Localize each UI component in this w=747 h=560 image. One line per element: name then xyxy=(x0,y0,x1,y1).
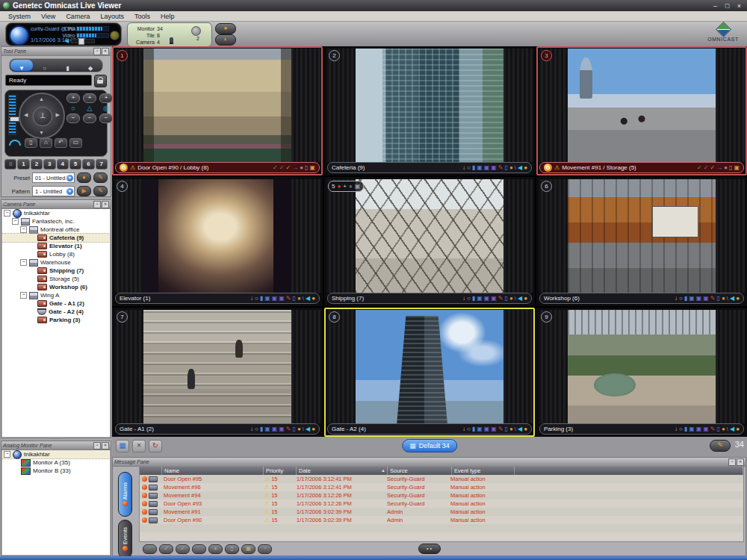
volume-control[interactable]: ◀ xyxy=(64,37,95,44)
ack-forcibly-icon[interactable]: ✓ xyxy=(279,164,285,172)
refresh-tiles-button[interactable]: ↻ xyxy=(149,440,162,452)
tools-icon[interactable]: \ xyxy=(303,294,304,303)
lock-icon[interactable]: ● xyxy=(524,294,527,303)
preset-number-3[interactable]: 3 xyxy=(43,159,55,169)
alarm-report-icon[interactable]: ▯ xyxy=(729,164,732,172)
snapshot-icon[interactable]: ▣ xyxy=(689,425,695,434)
stream-icon[interactable]: ▮ xyxy=(472,164,475,172)
chevron-down-icon[interactable]: ▾ xyxy=(66,175,73,181)
preset-number-5[interactable]: 5 xyxy=(69,159,81,169)
goto-preset-button[interactable]: ● xyxy=(77,172,91,183)
annotate-icon[interactable]: ✎ xyxy=(286,294,291,303)
tile-label-bar[interactable]: Gate - A1 (2)↓○▮▣▣▣✎▯●\◀● xyxy=(115,423,320,435)
monitor-icon[interactable]: ▯ xyxy=(505,164,508,172)
float-pane-button[interactable]: ▫ xyxy=(93,201,101,208)
audio-icon[interactable]: ◀ xyxy=(730,425,734,434)
options-button[interactable]: ◐ xyxy=(215,34,236,46)
ptz-joystick-center[interactable]: ⊥ xyxy=(33,107,52,126)
camera-tree-item[interactable]: Lobby (8) xyxy=(2,250,110,258)
camera-tree-item[interactable]: Workshop (6) xyxy=(2,283,110,291)
ptz-right-arrow[interactable]: ▶ xyxy=(56,112,60,118)
audio-tab[interactable]: ◆ xyxy=(79,60,102,71)
camera-tree-item[interactable]: Parking (3) xyxy=(2,316,110,324)
iris-control-plus-button[interactable]: + xyxy=(99,93,113,103)
push-camera-icon[interactable]: ↓ xyxy=(462,164,465,172)
tools-icon[interactable]: \ xyxy=(303,425,304,434)
alarm-report-icon[interactable]: ▯ xyxy=(305,164,308,172)
alarm-row[interactable]: Door Open #93⚠151/17/2006 3:12:26 PMSecu… xyxy=(140,500,743,508)
column-header-date[interactable]: Date▲ xyxy=(297,467,388,475)
cycle-cameras-icon[interactable]: ▣ xyxy=(696,425,702,434)
lock-icon[interactable]: ● xyxy=(736,425,740,434)
multi-view-icon[interactable]: ▣ xyxy=(491,164,497,172)
push-camera-icon[interactable]: ↓ xyxy=(462,425,465,434)
menu-system[interactable]: System xyxy=(3,13,36,20)
snapshot-icon[interactable]: ▣ xyxy=(477,425,483,434)
dome-icon[interactable]: ● xyxy=(297,294,301,303)
ack-forcibly-icon[interactable]: ✓ xyxy=(704,164,709,172)
preset-number-4[interactable]: 4 xyxy=(57,159,69,169)
restore-button[interactable]: □ xyxy=(722,1,732,10)
lock-icon[interactable]: ● xyxy=(524,164,527,172)
stream-icon[interactable]: ▮ xyxy=(472,294,475,303)
digital-zoom-icon[interactable]: ○ xyxy=(467,294,471,303)
snapshot-icon[interactable]: ▣ xyxy=(264,294,270,303)
multi-view-icon[interactable]: ▣ xyxy=(703,425,709,434)
annotate-icon[interactable]: ✎ xyxy=(498,294,503,303)
tools-icon[interactable]: \ xyxy=(515,294,516,303)
report-button[interactable]: ▯ xyxy=(225,544,239,554)
ack-button[interactable]: ✓ xyxy=(143,544,157,554)
audio-icon[interactable]: ◀ xyxy=(518,425,522,434)
ptz-down-arrow[interactable]: ▼ xyxy=(39,130,44,135)
annotate-icon[interactable]: ✎ xyxy=(286,425,291,434)
multi-view-icon[interactable]: ▣ xyxy=(279,294,285,303)
volume-slider[interactable] xyxy=(71,39,95,43)
forward-alarm-icon[interactable]: → xyxy=(716,164,722,172)
column-header-blank[interactable] xyxy=(140,467,162,475)
volume-handle[interactable] xyxy=(78,38,84,45)
ptz-up-arrow[interactable]: ▲ xyxy=(39,96,44,102)
stream-tab[interactable]: ▮ xyxy=(57,60,79,71)
camera-tree-item[interactable]: Cafeteria (9) xyxy=(2,234,110,242)
ack-alternate-icon[interactable]: ✓ xyxy=(285,164,291,172)
camera-tree-item[interactable]: Gate - A1 (2) xyxy=(2,299,110,308)
close-button[interactable]: × xyxy=(734,1,744,10)
expander-icon[interactable]: − xyxy=(20,292,27,299)
column-header-blank[interactable] xyxy=(515,467,743,475)
dome-icon[interactable]: ● xyxy=(509,425,513,434)
ptz-lock-button[interactable] xyxy=(94,75,107,87)
focus-control-plus-button[interactable]: + xyxy=(83,93,96,103)
menu-tools[interactable]: Tools xyxy=(129,13,155,20)
close-pane-button[interactable]: × xyxy=(102,201,109,208)
audio-icon[interactable]: ◀ xyxy=(518,294,522,303)
presets-icon[interactable]: ▣ xyxy=(355,182,361,191)
stream-icon[interactable]: ▮ xyxy=(684,294,687,303)
monitor-icon[interactable]: ▯ xyxy=(717,425,720,434)
preset-number-6[interactable]: 6 xyxy=(82,159,94,169)
ptz-tab[interactable]: ▼ xyxy=(10,60,33,71)
expander-icon[interactable]: − xyxy=(4,451,10,458)
monitor-icon[interactable]: ▯ xyxy=(717,294,720,303)
column-header-event-type[interactable]: Event type xyxy=(452,467,515,475)
lock-icon[interactable]: ● xyxy=(311,294,315,303)
iris-control-minus-button[interactable]: − xyxy=(99,113,113,123)
dome-icon[interactable]: ● xyxy=(509,164,513,172)
center-icon[interactable]: ● xyxy=(349,182,353,191)
home-button[interactable]: ⌂ xyxy=(40,138,52,148)
tile-label-bar[interactable]: Parking (3)↓○▮▣▣▣✎▯●\◀● xyxy=(539,423,744,435)
camera-tile-7[interactable]: 7Gate - A1 (2)↓○▮▣▣▣✎▯●\◀● xyxy=(112,308,323,437)
menu-help[interactable]: Help xyxy=(155,13,180,20)
focus-control-minus-button[interactable]: − xyxy=(83,113,96,123)
alarm-video-icon[interactable]: ▣ xyxy=(734,164,740,172)
cycle-cameras-icon[interactable]: ▣ xyxy=(272,294,278,303)
chevron-down-icon[interactable]: ▾ xyxy=(66,188,73,195)
annotate-icon[interactable]: ✎ xyxy=(498,425,503,434)
tile-label-bar[interactable]: Workshop (6)↓○▮▣▣▣✎▯●\◀● xyxy=(539,293,744,304)
ptz-left-arrow[interactable]: ◀ xyxy=(24,112,28,118)
digital-zoom-icon[interactable]: ○ xyxy=(679,294,683,303)
camera-tile-1[interactable]: 1G⚠Door Open #90 / Lobby (8)✓✓✓→●▯▣ xyxy=(112,46,323,175)
record-icon[interactable]: ● xyxy=(337,182,341,191)
expander-icon[interactable]: − xyxy=(20,259,27,266)
column-header-source[interactable]: Source xyxy=(388,467,452,475)
float-pane-button[interactable]: ▫ xyxy=(728,458,736,466)
